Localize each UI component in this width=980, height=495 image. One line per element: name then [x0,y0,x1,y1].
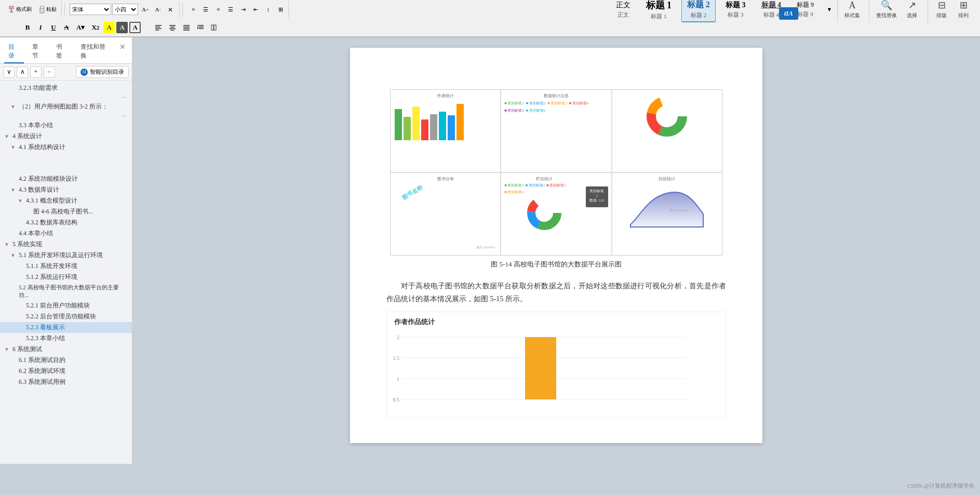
font-border-btn[interactable]: A [129,22,141,33]
clear-format-btn[interactable]: ✕ [165,4,177,15]
svg-point-31 [537,206,552,220]
para-align-left-btn[interactable] [152,22,165,33]
toc-item[interactable]: 5.1.1 系统开发环境 [0,261,132,272]
list-btn[interactable]: ☰ [225,4,236,15]
donut2-svg [526,195,562,231]
bar-1 [395,109,402,140]
highlight-btn[interactable]: A [103,22,115,33]
collapse-btn[interactable]: ∧ [17,66,28,78]
toc-item[interactable]: ▼ 4 系统设计 [0,131,132,142]
author-chart: 作者作品统计 2 1.5 1 0.5 [386,312,726,418]
toc-item[interactable]: ▼ 4.1 系统结构设计 [0,142,132,153]
tab-find-replace[interactable]: 查找和替换 [76,41,113,63]
table-btn[interactable]: ⊞ [275,4,286,15]
toc-tree[interactable]: 3.2.3 功能需求 ··· ▼ （2）用户用例图如图 3-2 所示： ··· … [0,81,132,464]
panel-toolbar: ∨ ∧ + − AI 智能识别目录 [0,64,132,81]
align-right-btn[interactable]: ≡ [212,4,224,15]
layout-btn[interactable]: ⊟ 排版 [931,0,952,21]
style-h9-label: 标题 9 [797,10,813,18]
toc-item[interactable]: 4.2 系统功能模块设计 [0,173,132,184]
toc-item-label: 图 4-6 高校电子图书... [33,207,93,216]
toc-item[interactable]: 6.3 系统测试用例 [0,377,132,387]
col-btn[interactable] [208,22,221,33]
toc-item[interactable]: ▼ 6 系统测试 [0,344,132,355]
para-indent-btn[interactable] [194,22,207,33]
select-btn[interactable]: ↗ 选择 [902,0,922,21]
font-size-up-btn[interactable]: A+ [139,4,151,15]
font-size-select[interactable]: 小四 [112,4,138,15]
style-collection-btn[interactable]: A 样式集 [841,0,864,21]
spacing-btn[interactable]: ↕ [262,4,274,15]
toc-item[interactable]: 5.2.1 前台用户功能模块 [0,300,132,311]
align-left-btn[interactable]: ≡ [187,4,199,15]
font-size-down-btn[interactable]: A- [152,4,164,15]
bold-btn[interactable]: B [22,22,33,33]
toc-item[interactable]: 3.3 本章小结 [0,120,132,131]
expand-all-btn[interactable]: ∨ [3,66,15,78]
para-align-center-btn[interactable] [166,22,179,33]
toc-item[interactable]: 6.1 系统测试目的 [0,355,132,366]
tooltip-line1: 类别标签1 [589,189,605,198]
toc-more-btn-1[interactable]: ··· [122,93,127,101]
char-shade-btn[interactable]: A [116,22,128,33]
tab-chapter[interactable]: 章节 [28,41,48,63]
toc-item[interactable]: 5.2.3 本章小结 [0,333,132,344]
toc-item[interactable]: 5.1.2 系统运行环境 [0,272,132,283]
legend-area: ■ 类别标签1■ 类别标签2■ 类别标签3 ■ 类别标签4■ 类别标签5■ 类别… [504,101,608,113]
toc-item[interactable]: 图 4-6 高校电子图书... [0,206,132,217]
font-name-select[interactable]: 宋体 [70,4,111,15]
toc-item[interactable]: ▼ 4.3.1 概念模型设计 [0,195,132,206]
paste-label: 粘贴 [46,6,57,13]
toc-item-label: 4.3.2 数据库表结构 [26,218,77,227]
toc-item[interactable]: ▼ （2）用户用例图如图 3-2 所示： [0,101,132,112]
toc-item-active[interactable]: 5.2.3 看板展示 [0,322,132,333]
italic-btn[interactable]: I [35,22,46,33]
tab-toc[interactable]: 目录 [4,41,24,63]
toc-item[interactable]: ▼ 5 系统实现 [0,239,132,250]
toc-more-btn-2[interactable]: ··· [122,112,127,120]
align-center-btn[interactable]: ☰ [200,4,211,15]
toc-item[interactable]: 4.3.2 数据库表结构 [0,217,132,228]
csdn-watermark: CSDN @计算机程序猿学长 [907,482,975,490]
toc-item[interactable]: ▼ 4.3 数据库设计 [0,184,132,195]
tab-bookmark[interactable]: 书签 [52,41,72,63]
style-normal-preview: 正文 [616,1,630,10]
dash-cell-empty: 数据统计总览 ■ 类别标签1■ 类别标签2■ 类别标签3 ■ 类别标签4■ 类别… [501,90,611,172]
arrange-icon: ⊞ [960,0,968,11]
toc-item[interactable]: 5.2 高校电子图书馆的大数据平台的主要功... [0,283,132,300]
underline-btn[interactable]: U [48,22,59,33]
panel-close-btn[interactable]: ✕ [117,41,128,63]
svg-text:0.5: 0.5 [393,397,400,403]
toc-item[interactable]: 4.4 本章小结 [0,228,132,239]
svg-text:1: 1 [397,376,399,382]
left-panel: 目录 章节 书签 查找和替换 ✕ ∨ ∧ + − AI 智能识别目录 3.2.3… [0,37,132,464]
ai-recognize-btn[interactable]: AI 智能识别目录 [76,66,129,78]
find-replace-btn[interactable]: 🔍 查找替换 [872,0,901,21]
paste-btn[interactable]: 粘贴 [35,4,59,15]
toc-item[interactable]: 3.2.3 功能需求 [0,83,132,93]
dash-cell-title-6: 归还统计 [615,176,719,182]
doc-area[interactable]: 作者统计 数据统计 [132,37,980,464]
toc-item[interactable]: 6.2 系统测试环境 [0,366,132,377]
format-brush-btn[interactable]: 格式刷 [5,4,34,15]
arrange-btn[interactable]: ⊞ 排列 [953,0,974,21]
toc-toggle: ▼ [10,187,18,193]
toc-toggle: ▼ [4,346,11,352]
indent-btn[interactable]: ⇥ [237,4,249,15]
remove-btn[interactable]: − [44,66,55,78]
outdent-btn[interactable]: ⇤ [250,4,261,15]
toc-item-label: 5.2.3 本章小结 [26,334,65,343]
para-justify-btn[interactable] [180,22,193,33]
superscript-btn[interactable]: X2 [89,22,102,33]
svg-text:2: 2 [397,335,399,340]
strikethrough-btn[interactable]: A [61,22,72,33]
dash-cell-title-2: 数据统计总览 [504,93,608,99]
toc-item-label: 6.1 系统测试目的 [19,356,65,365]
font-color-btn[interactable]: A▾ [74,22,87,33]
add-btn[interactable]: + [30,66,42,78]
style-dropdown-btn[interactable]: ▼ [824,4,835,15]
style-h4-preview: 标题 4 [761,1,782,10]
toolbar-row-2: B I U A A▾ X2 A A A [0,19,980,36]
toc-item[interactable]: ▼ 5.1 系统开发环境以及运行环境 [0,250,132,261]
toc-item[interactable]: 5.2.2 后台管理员功能模块 [0,311,132,322]
